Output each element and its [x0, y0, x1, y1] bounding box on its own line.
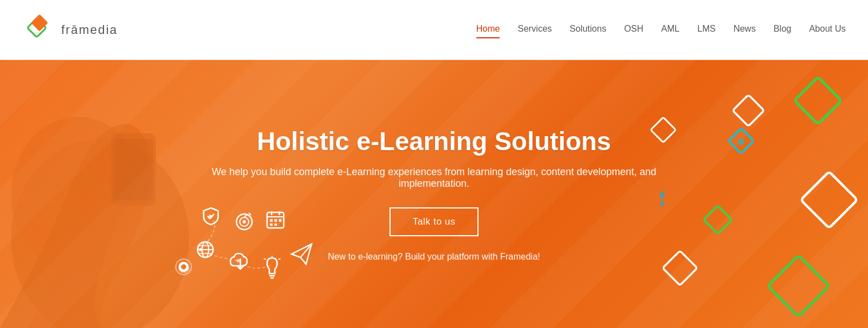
svg-rect-11 — [801, 172, 857, 228]
nav-osh[interactable]: OSH — [624, 24, 644, 36]
nav-aml[interactable]: AML — [661, 24, 679, 36]
nav-home[interactable]: Home — [476, 24, 500, 36]
svg-rect-6 — [795, 77, 842, 125]
hero-title: Holistic e-Learning Solutions — [184, 126, 684, 156]
main-nav: Home Services Solutions OSH AML LMS News… — [476, 24, 846, 36]
logo[interactable]: frāmedia — [22, 13, 118, 47]
svg-rect-12 — [704, 206, 732, 234]
nav-about[interactable]: About Us — [809, 24, 846, 36]
svg-point-10 — [738, 138, 744, 145]
cta-button[interactable]: Talk to us — [389, 207, 479, 236]
svg-rect-7 — [733, 95, 765, 126]
hero-note: New to e-learning? Build your platform w… — [328, 252, 540, 262]
nav-services[interactable]: Services — [517, 24, 551, 36]
svg-rect-13 — [768, 255, 829, 316]
nav-blog[interactable]: Blog — [773, 24, 791, 36]
logo-text: frāmedia — [61, 23, 118, 37]
hero-content: Holistic e-Learning Solutions We help yo… — [184, 126, 684, 262]
site-header: frāmedia Home Services Solutions OSH AML… — [0, 0, 868, 60]
nav-lms[interactable]: LMS — [697, 24, 716, 36]
svg-rect-5 — [114, 139, 153, 200]
hero-subtitle: We help you build complete e-Learning ex… — [184, 166, 684, 190]
hero-section: Holistic e-Learning Solutions We help yo… — [0, 60, 868, 328]
logo-icon — [22, 13, 56, 47]
nav-news[interactable]: News — [733, 24, 756, 36]
nav-solutions[interactable]: Solutions — [570, 24, 606, 36]
